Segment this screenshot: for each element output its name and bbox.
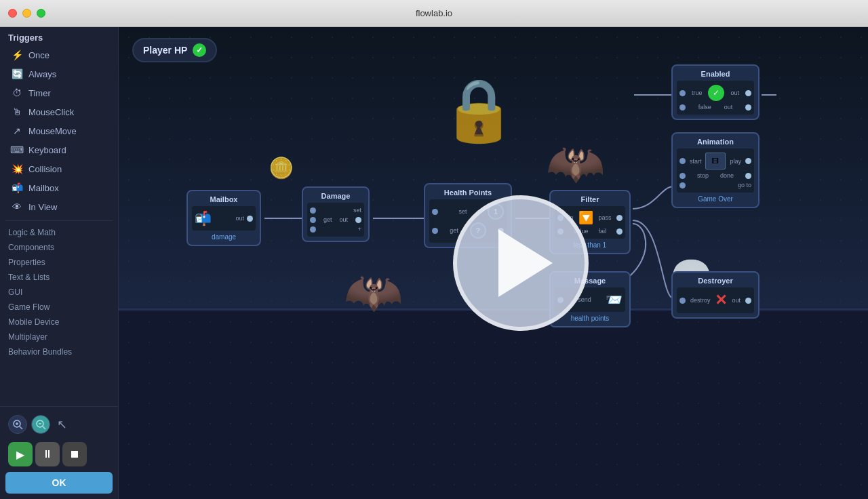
animation-stop-port[interactable] <box>679 173 686 179</box>
animation-play-port[interactable] <box>745 158 751 164</box>
destroyer-out-label: out <box>732 297 741 304</box>
canvas-area[interactable]: 🪙 🔒 🦇 🦇 💀 Player HP ✓ <box>119 27 868 499</box>
keyboard-icon: ⌨ <box>11 144 23 156</box>
main-layout: Triggers ⚡ Once 🔄 Always ⏱ Timer 🖱 Mouse… <box>0 27 868 499</box>
sidebar-category-properties[interactable]: Properties <box>0 255 118 270</box>
destroyer-node-title: Destroyer <box>677 277 754 285</box>
sidebar-item-mailbox[interactable]: 📬 Mailbox <box>3 179 115 197</box>
sidebar-category-gui[interactable]: GUI <box>0 285 118 300</box>
filter-fail-port[interactable] <box>616 228 623 235</box>
animation-goto-label: go to <box>738 182 751 188</box>
destroyer-node[interactable]: Destroyer destroy ✕ out <box>671 271 760 319</box>
damage-plus-port[interactable] <box>310 226 316 233</box>
pause-button[interactable]: ⏸ <box>35 442 60 466</box>
mailbox-out-port[interactable] <box>247 216 253 222</box>
zoom-out-button[interactable] <box>31 415 50 434</box>
sidebar-item-label-mousemove: MouseMove <box>28 126 77 136</box>
mailbox-node[interactable]: Mailbox 📬 out damage <box>186 190 261 246</box>
ok-button[interactable]: OK <box>5 472 113 494</box>
collision-icon: 💥 <box>11 163 23 175</box>
playback-controls: ▶ ⏸ ⏹ <box>5 442 113 466</box>
enabled-node[interactable]: Enabled true ✓ out false out <box>671 64 760 120</box>
enabled-false-row: false out <box>679 102 751 112</box>
sidebar-item-timer[interactable]: ⏱ Timer <box>3 84 115 102</box>
animation-done-port[interactable] <box>745 173 751 179</box>
filter-fail-label: fail <box>598 228 606 235</box>
animation-node-sublabel: Game Over <box>677 195 754 203</box>
enabled-false-port[interactable] <box>679 104 686 111</box>
enabled-check-icon: ✓ <box>708 85 724 101</box>
mailbox-node-sublabel: damage <box>192 233 256 241</box>
mousemove-icon: ↗ <box>11 125 23 137</box>
animation-node[interactable]: Animation start 🎞 play stop done <box>671 132 760 208</box>
sidebar-category-text-lists[interactable]: Text & Lists <box>0 270 118 285</box>
destroyer-destroy-port[interactable] <box>679 298 686 304</box>
sidebar-category-components[interactable]: Components <box>0 240 118 255</box>
sidebar-item-always[interactable]: 🔄 Always <box>3 65 115 83</box>
hp-get-label: get <box>450 227 458 234</box>
destroyer-destroy-row: destroy ✕ out <box>679 290 751 311</box>
sidebar-item-inview[interactable]: 👁 In View <box>3 198 115 216</box>
sidebar-item-once[interactable]: ⚡ Once <box>3 46 115 64</box>
damage-out-label: out <box>339 216 348 223</box>
svg-line-1 <box>20 426 22 429</box>
sidebar-item-label-once: Once <box>28 50 50 60</box>
sidebar-item-mouseclick[interactable]: 🖱 MouseClick <box>3 103 115 121</box>
animation-start-port[interactable] <box>679 158 686 164</box>
sidebar-item-label-keyboard: Keyboard <box>28 145 66 155</box>
svg-line-5 <box>43 426 45 429</box>
timer-icon: ⏱ <box>11 87 23 99</box>
play-button[interactable]: ▶ <box>8 442 33 466</box>
minimize-button[interactable] <box>22 9 31 18</box>
enabled-out1-port[interactable] <box>745 90 751 96</box>
maximize-button[interactable] <box>37 9 45 18</box>
bat-character-2: 🦇 <box>344 264 403 320</box>
filter-pass-label: pass <box>598 214 611 221</box>
close-button[interactable] <box>8 9 17 18</box>
sidebar-item-mousemove[interactable]: ↗ MouseMove <box>3 122 115 140</box>
zoom-in-button[interactable] <box>8 415 27 434</box>
sidebar-item-collision[interactable]: 💥 Collision <box>3 160 115 178</box>
animation-stop-label: stop <box>697 172 709 179</box>
sidebar-item-keyboard[interactable]: ⌨ Keyboard <box>3 141 115 159</box>
play-overlay-button[interactable] <box>453 195 589 331</box>
damage-get-row: get out <box>310 215 361 224</box>
damage-get-port[interactable] <box>310 217 316 223</box>
sidebar-category-logic-math[interactable]: Logic & Math <box>0 225 118 240</box>
animation-start-row: start 🎞 play <box>679 151 751 171</box>
damage-plus-row: + <box>310 224 361 234</box>
filter-node-title: Filter <box>555 195 625 203</box>
sidebar-item-label-inview: In View <box>28 202 57 212</box>
zoom-controls: ↖ <box>5 412 113 437</box>
message-node-sublabel: health points <box>555 315 625 322</box>
enabled-out2-port[interactable] <box>745 104 751 111</box>
triggers-label: Triggers <box>0 27 118 45</box>
sidebar-category-mobile[interactable]: Mobile Device <box>0 315 118 330</box>
animation-goto-port[interactable] <box>679 182 686 188</box>
damage-out-port[interactable] <box>355 217 361 223</box>
sidebar-category-game-flow[interactable]: Game Flow <box>0 300 118 315</box>
sidebar-category-behavior[interactable]: Behavior Bundles <box>0 344 118 359</box>
enabled-true-port[interactable] <box>679 90 686 96</box>
damage-set-port[interactable] <box>310 207 316 214</box>
bat-character: 🦇 <box>546 136 605 191</box>
once-icon: ⚡ <box>11 49 23 61</box>
filter-funnel-icon: 🔽 <box>578 210 593 225</box>
animation-goto-row: go to <box>679 180 751 190</box>
sidebar-item-label-collision: Collision <box>28 164 62 174</box>
destroyer-out-port[interactable] <box>745 298 751 304</box>
enabled-node-title: Enabled <box>677 70 754 78</box>
enabled-false-label: false <box>698 104 711 111</box>
stop-button[interactable]: ⏹ <box>62 442 87 466</box>
sidebar-item-label-mailbox: Mailbox <box>28 183 59 193</box>
mailbox-node-body: 📬 out <box>192 206 256 231</box>
destroyer-destroy-label: destroy <box>690 297 711 304</box>
hp-get-port[interactable] <box>432 228 438 234</box>
filter-pass-port[interactable] <box>616 215 623 221</box>
mailbox-node-title: Mailbox <box>192 195 256 203</box>
sidebar-category-multiplayer[interactable]: Multiplayer <box>0 330 118 344</box>
hp-set-port[interactable] <box>432 209 438 215</box>
damage-node[interactable]: Damage set get out + <box>302 186 370 242</box>
player-hp-badge[interactable]: Player HP ✓ <box>132 38 217 62</box>
damage-get-label: get <box>323 216 332 223</box>
